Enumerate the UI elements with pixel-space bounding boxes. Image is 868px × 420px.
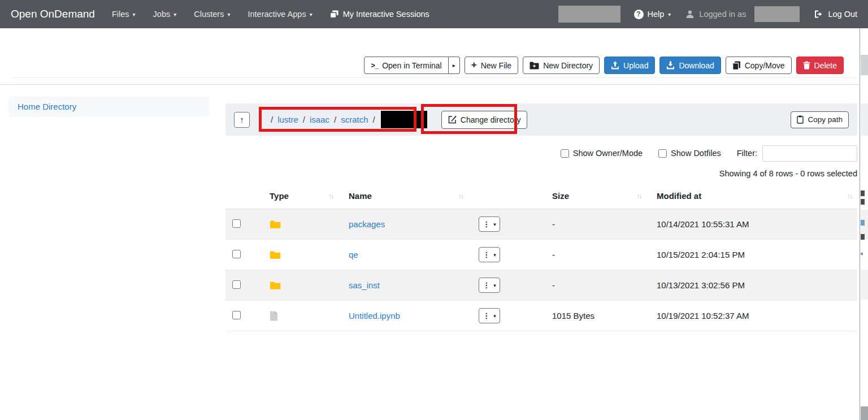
breadcrumb-separator: / bbox=[334, 115, 336, 124]
file-name-link[interactable]: packages bbox=[349, 219, 385, 229]
path-bar: ↑ /lustre/isaac/scratch/ Change director… bbox=[225, 103, 857, 136]
user-icon bbox=[685, 10, 695, 19]
file-table: Type ↑↓ Name ↑↓ Size ↑↓ Modified at ↑↓ bbox=[225, 183, 857, 331]
header-type[interactable]: Type ↑↓ bbox=[259, 183, 338, 209]
change-directory-button[interactable]: Change directory bbox=[441, 111, 528, 129]
delete-button[interactable]: Delete bbox=[796, 57, 844, 74]
kebab-icon: ⋮ bbox=[483, 220, 490, 228]
nav-menu-jobs[interactable]: Jobs▾ bbox=[153, 10, 177, 19]
sidebar-item-home-directory[interactable]: Home Directory bbox=[8, 96, 210, 117]
redacted-username bbox=[754, 6, 800, 22]
pencil-square-icon bbox=[448, 115, 457, 124]
brand-link[interactable]: Open OnDemand bbox=[11, 8, 95, 20]
clipboard-icon bbox=[797, 115, 804, 124]
terminal-icon: >_ bbox=[371, 61, 378, 70]
row-actions-dropdown[interactable]: ⋮▾ bbox=[479, 217, 500, 232]
copy-move-button[interactable]: Copy/Move bbox=[726, 57, 792, 74]
chevron-down-icon: ▾ bbox=[493, 313, 496, 319]
clipped-window-edge bbox=[860, 0, 868, 420]
table-row: packages⋮▾-10/14/2021 10:55:31 AM bbox=[225, 209, 857, 240]
kebab-icon: ⋮ bbox=[483, 251, 490, 258]
open-in-terminal-split-button: >_ Open in Terminal ▸ bbox=[364, 57, 459, 74]
sort-icons: ↑↓ bbox=[847, 192, 852, 200]
row-actions-dropdown[interactable]: ⋮▾ bbox=[479, 278, 500, 293]
file-icon bbox=[270, 311, 333, 321]
kebab-icon: ⋮ bbox=[483, 312, 490, 319]
file-name-link[interactable]: Untitled.ipynb bbox=[349, 311, 400, 321]
filter-input[interactable] bbox=[762, 145, 857, 162]
home-directory-link[interactable]: Home Directory bbox=[18, 102, 76, 111]
nav-help-menu[interactable]: ? Help ▾ bbox=[634, 10, 671, 19]
help-icon: ? bbox=[634, 10, 644, 19]
plus-icon: + bbox=[471, 60, 477, 70]
header-actions bbox=[468, 183, 542, 209]
navbar-menus: Files▾Jobs▾Clusters▾Interactive Apps▾ bbox=[112, 10, 330, 19]
upload-button[interactable]: Upload bbox=[604, 57, 655, 74]
chevron-down-icon: ▾ bbox=[173, 11, 176, 18]
row-checkbox[interactable] bbox=[232, 311, 241, 319]
folder-plus-icon bbox=[530, 62, 539, 70]
copy-path-button[interactable]: Copy path bbox=[791, 111, 849, 128]
row-checkbox[interactable] bbox=[232, 250, 241, 258]
file-table-wrap: Type ↑↓ Name ↑↓ Size ↑↓ Modified at ↑↓ bbox=[225, 183, 857, 331]
file-name-link[interactable]: qe bbox=[349, 250, 358, 259]
nav-menu-clusters[interactable]: Clusters▾ bbox=[194, 10, 230, 19]
chevron-down-icon: ▾ bbox=[227, 11, 230, 18]
header-modified-at[interactable]: Modified at ↑↓ bbox=[646, 183, 857, 209]
row-checkbox[interactable] bbox=[232, 219, 241, 228]
file-toolbar: >_ Open in Terminal ▸ + New File New Dir… bbox=[364, 57, 844, 74]
nav-menu-interactive-apps[interactable]: Interactive Apps▾ bbox=[248, 10, 312, 19]
file-size: - bbox=[542, 270, 646, 301]
breadcrumb-link[interactable]: isaac bbox=[310, 115, 329, 124]
row-actions-dropdown[interactable]: ⋮▾ bbox=[479, 308, 500, 323]
arrow-up-icon: ↑ bbox=[240, 115, 244, 124]
new-file-button[interactable]: + New File bbox=[465, 57, 518, 74]
breadcrumb-link[interactable]: lustre bbox=[277, 115, 298, 124]
chevron-down-icon: ▾ bbox=[493, 252, 496, 258]
row-actions-dropdown[interactable]: ⋮▾ bbox=[479, 247, 500, 262]
file-modified: 10/13/2021 3:02:56 PM bbox=[646, 270, 857, 301]
table-row: qe⋮▾-10/15/2021 2:04:15 PM bbox=[225, 240, 857, 270]
chevron-down-icon: ▾ bbox=[133, 11, 136, 18]
nav-my-interactive-sessions[interactable]: My Interactive Sessions bbox=[330, 10, 429, 19]
log-out-icon bbox=[814, 10, 823, 18]
folder-icon bbox=[270, 220, 333, 229]
new-directory-button[interactable]: New Directory bbox=[523, 57, 600, 74]
show-dotfiles-checkbox[interactable] bbox=[658, 149, 667, 158]
file-table-body: packages⋮▾-10/14/2021 10:55:31 AMqe⋮▾-10… bbox=[225, 209, 857, 331]
folder-icon bbox=[270, 281, 333, 290]
redacted-widget bbox=[558, 6, 620, 23]
logged-in-indicator: Logged in as bbox=[685, 6, 800, 22]
breadcrumb-separator: / bbox=[373, 115, 375, 124]
show-owner-mode-checkbox[interactable] bbox=[561, 149, 569, 158]
file-name-link[interactable]: sas_inst bbox=[349, 280, 380, 290]
windows-icon bbox=[330, 10, 338, 18]
divider-line bbox=[0, 84, 859, 85]
file-size: 1015 Bytes bbox=[542, 301, 646, 331]
copy-icon bbox=[732, 61, 741, 70]
nav-log-out[interactable]: Log Out bbox=[814, 10, 857, 19]
header-size[interactable]: Size ↑↓ bbox=[542, 183, 646, 209]
top-navbar: Open OnDemand Files▾Jobs▾Clusters▾Intera… bbox=[0, 0, 868, 28]
nav-menu-files[interactable]: Files▾ bbox=[112, 10, 136, 19]
breadcrumb-link[interactable]: scratch bbox=[341, 115, 368, 124]
redacted-path-segment bbox=[381, 111, 427, 128]
chevron-down-icon: ▾ bbox=[310, 11, 313, 18]
upload-icon bbox=[611, 61, 619, 70]
open-in-terminal-dropdown-toggle[interactable]: ▸ bbox=[449, 57, 460, 74]
table-controls: Show Owner/Mode Show Dotfiles Filter: bbox=[225, 145, 857, 162]
show-owner-mode-toggle: Show Owner/Mode bbox=[561, 149, 643, 158]
up-directory-button[interactable]: ↑ bbox=[234, 112, 250, 128]
header-name[interactable]: Name ↑↓ bbox=[338, 183, 468, 209]
chevron-down-icon: ▾ bbox=[668, 11, 671, 18]
divider-line bbox=[12, 77, 856, 78]
open-in-terminal-button[interactable]: >_ Open in Terminal bbox=[364, 57, 448, 74]
chevron-down-icon: ▾ bbox=[493, 283, 496, 288]
download-button[interactable]: Download bbox=[659, 57, 721, 74]
row-checkbox[interactable] bbox=[232, 280, 241, 289]
file-size: - bbox=[542, 240, 646, 270]
table-row: Untitled.ipynb⋮▾1015 Bytes10/19/2021 10:… bbox=[225, 301, 857, 331]
sort-icons: ↑↓ bbox=[458, 192, 463, 200]
kebab-icon: ⋮ bbox=[483, 282, 490, 289]
table-header-row: Type ↑↓ Name ↑↓ Size ↑↓ Modified at ↑↓ bbox=[225, 183, 857, 209]
